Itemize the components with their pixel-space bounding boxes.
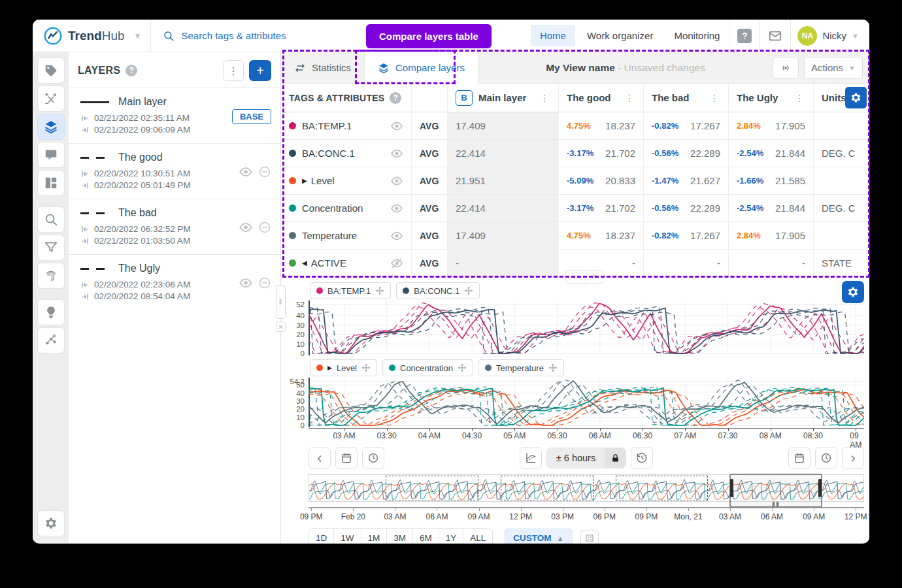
help-icon[interactable]: ? [125,65,137,76]
table-settings-button[interactable] [845,87,867,108]
sidebar-tool-fingerprint[interactable] [37,263,65,289]
start-time-button[interactable] [362,447,384,469]
zoom-preset-1d[interactable]: 1D [309,529,334,544]
table-collapse-handle[interactable]: ✕ [565,270,603,284]
move-icon[interactable] [375,286,384,295]
column-menu-icon[interactable]: ⋮ [709,93,720,103]
close-icon[interactable]: ✕ [586,270,603,283]
splitter-close-button[interactable]: ✕ [276,321,286,332]
zoom-preset-1m[interactable]: 1M [361,529,388,544]
sidebar-tool-comment[interactable] [37,142,65,168]
zoom-preset-1y[interactable]: 1Y [439,529,464,544]
help-button[interactable]: ? [729,20,760,52]
sidebar-tool-gear[interactable] [37,510,65,536]
actions-button[interactable]: Actions▼ [804,57,863,79]
layer-item-the-ugly[interactable]: The Ugly02/20/2022 02:23:06 AM02/20/2022… [69,254,280,310]
nav-item-work-organizer[interactable]: Work organizer [578,25,662,46]
aggregation-cell[interactable]: AVG [412,195,448,222]
sidebar-tool-tag[interactable] [37,57,65,84]
move-icon[interactable] [361,363,371,372]
sidebar-tool-layers[interactable] [37,114,65,140]
start-date-button[interactable] [335,447,358,469]
custom-range-button[interactable]: CUSTOM▲ [505,529,572,544]
overview-layer-region[interactable] [386,476,478,500]
layer-item-the-good[interactable]: The good02/20/2022 10:30:51 AM02/20/2022… [69,143,280,199]
panel-splitter[interactable]: ‖ ✕ [276,285,286,332]
move-icon[interactable] [458,363,467,372]
splitter-grip[interactable]: ‖ [276,285,286,319]
sidebar-tool-filter[interactable] [37,235,65,261]
sidebar-tool-dashboard[interactable] [37,170,65,196]
legend-pill-temperature[interactable]: Temperature [478,359,564,376]
aggregation-cell[interactable]: AVG [412,250,448,277]
time-range-control[interactable]: ± 6 hours [546,448,626,468]
chart1-plot[interactable] [309,301,864,355]
zoom-preset-1w[interactable]: 1W [334,529,361,544]
end-time-button[interactable] [815,447,837,469]
legend-pill-ba-conc-1[interactable]: BA:CONC.1 [396,282,480,299]
aggregation-cell[interactable]: AVG [412,140,448,167]
tag-row-name[interactable]: ▶Level [281,167,412,195]
tab-statistics[interactable]: Statistics [281,52,364,84]
eye-icon[interactable] [239,165,253,179]
messages-button[interactable] [760,20,790,52]
user-menu[interactable]: NA Nicky ▼ [791,26,869,46]
legend-pill-ba-temp-1[interactable]: BA:TEMP.1 [310,282,391,299]
remove-layer-icon[interactable] [258,221,271,234]
live-mode-button[interactable] [773,57,799,79]
brand-logo[interactable]: TrendHub ▼ [33,26,150,46]
aggregation-cell[interactable]: AVG [412,112,448,140]
pan-right-button[interactable] [842,447,864,469]
eye-icon[interactable] [239,276,253,290]
tag-row-name[interactable]: BA:CONC.1 [281,140,412,167]
nav-item-monitoring[interactable]: Monitoring [665,25,729,46]
zoom-preset-3m[interactable]: 3M [387,529,413,544]
column-menu-icon[interactable]: ⋮ [624,93,635,103]
lock-icon[interactable] [605,448,626,468]
sidebar-tool-scatter[interactable] [37,327,65,353]
tag-row-name[interactable]: BA:TEMP.1 [281,112,412,140]
tab-compare-layers[interactable]: Compare layers [364,52,478,84]
aggregation-cell[interactable]: AVG [412,167,448,195]
pan-left-button[interactable] [309,447,331,469]
overview-brush[interactable]: ▮▮ [729,474,822,508]
table-header-main-layer[interactable]: BMain layer⋮ [448,84,559,112]
table-header-the-ugly[interactable]: The Ugly⋮ [729,84,814,112]
expand-button[interactable] [580,530,599,544]
end-date-button[interactable] [788,447,810,469]
overview-layer-region[interactable] [616,476,708,500]
compare-trends-button[interactable] [520,447,542,469]
layers-menu-button[interactable]: ⋮ [223,60,244,81]
tag-row-name[interactable]: Concentration [281,195,412,222]
sidebar-tool-formula[interactable] [37,86,65,112]
zoom-preset-all[interactable]: ALL [463,529,492,544]
tag-row-name[interactable]: ◀ACTIVE [281,250,412,277]
aggregation-cell[interactable]: AVG [412,222,448,250]
move-icon[interactable] [464,286,473,295]
chart2-plot[interactable] [309,378,864,427]
search-input[interactable] [181,30,377,41]
layer-item-main-layer[interactable]: Main layer02/21/2022 02:35:11 AM02/21/20… [69,88,280,143]
remove-layer-icon[interactable] [258,276,271,289]
help-icon[interactable]: ? [390,92,401,104]
overview-layer-region[interactable] [501,476,593,500]
tag-row-name[interactable]: Temperature [281,222,412,250]
table-header-the-good[interactable]: The good⋮ [559,84,644,112]
move-icon[interactable] [548,363,558,372]
brush-grip-icon[interactable]: ▮▮ [772,500,780,507]
eye-icon[interactable] [390,147,403,160]
sidebar-tool-bulb[interactable] [37,299,65,325]
history-button[interactable] [631,447,653,469]
eye-off-icon[interactable] [390,257,403,270]
legend-pill-level[interactable]: ▶Level [310,359,377,376]
eye-icon[interactable] [239,220,253,235]
column-menu-icon[interactable]: ⋮ [539,93,550,103]
eye-icon[interactable] [390,174,403,188]
global-search[interactable] [151,30,399,42]
zoom-preset-6m[interactable]: 6M [413,529,439,544]
nav-item-home[interactable]: Home [531,25,575,46]
sidebar-tool-search[interactable] [37,206,65,233]
table-header-the-bad[interactable]: The bad⋮ [644,84,729,112]
eye-icon[interactable] [390,229,403,242]
add-layer-button[interactable]: + [249,60,271,81]
